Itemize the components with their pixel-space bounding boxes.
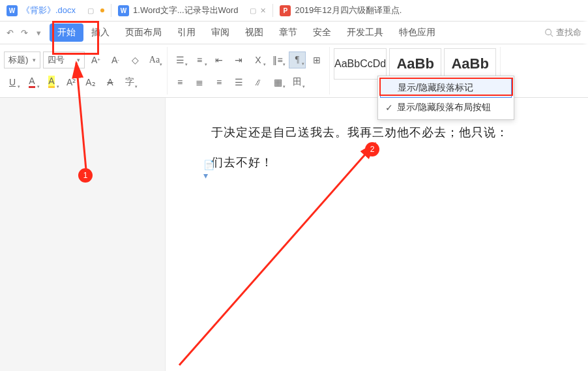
redo-button[interactable]: ↷ xyxy=(18,27,30,38)
highlight-button[interactable]: A xyxy=(43,74,60,91)
ribbon-tab-references[interactable]: 引用 xyxy=(169,23,203,42)
ribbon-tab-review[interactable]: 审阅 xyxy=(203,23,237,42)
style-select[interactable]: 标题)▾ xyxy=(4,52,40,68)
align-center-button[interactable]: ≣ xyxy=(191,74,208,91)
tab-document-3[interactable]: P 2019年12月四六级翻译重点. xyxy=(273,0,408,21)
decrease-indent-button[interactable]: ⇤ xyxy=(211,52,228,68)
increase-indent-button[interactable]: ⇥ xyxy=(230,52,247,68)
ribbon-group-paragraph: ☰ ≡ ⇤ ⇥ Χ ‖≡ ¶ ⊞ ≡ ≣ ≡ ☰ ⫽ ▦ 田 xyxy=(168,47,330,95)
ribbon-tab-dev[interactable]: 开发工具 xyxy=(339,23,391,42)
font-size-value: 四号 xyxy=(48,54,65,66)
text-direction-button[interactable]: Χ xyxy=(250,52,267,68)
tab-window-icon[interactable]: ▢ xyxy=(87,7,94,15)
tab-document-1[interactable]: W 《背影》.docx ▢ xyxy=(0,0,111,21)
tab-title: 1.Word文字...记录导出Word xyxy=(133,5,238,16)
style-sample: AaBb xyxy=(451,55,488,72)
ribbon-tab-view[interactable]: 视图 xyxy=(237,23,271,42)
paragraph-marks-dropdown: 显示/隐藏段落标记 ✓ 显示/隐藏段落布局按钮 xyxy=(377,76,514,120)
style-gallery-item-normal[interactable]: AaBbCcDd xyxy=(334,48,387,80)
style-gallery-item-heading1[interactable]: AaBb xyxy=(389,48,441,80)
word-doc-icon: W xyxy=(7,5,18,16)
superscript-button[interactable]: A² xyxy=(63,74,80,91)
line-spacing-button[interactable]: ‖≡ xyxy=(269,52,286,68)
search-placeholder: 查找命 xyxy=(556,27,581,38)
word-doc-icon: W xyxy=(118,5,129,16)
ribbon-tab-page-layout[interactable]: 页面布局 xyxy=(117,23,169,42)
align-left-button[interactable]: ≡ xyxy=(171,74,188,91)
style-gallery-item-heading2[interactable]: AaBb xyxy=(444,48,496,80)
qat-more-button[interactable]: ▾ xyxy=(33,27,44,38)
tab-close-icon[interactable]: ✕ xyxy=(260,7,266,15)
ribbon-tab-safe[interactable]: 安全 xyxy=(305,23,339,42)
style-sample: AaBb xyxy=(396,55,434,72)
document-area: 于决定还是自己送我去。我再三劝他不必去；他只说： 们去不好！ xyxy=(0,98,588,371)
text-box-button[interactable]: ⊞ xyxy=(308,52,325,68)
unsaved-dot-icon xyxy=(100,8,104,12)
pdf-doc-icon: P xyxy=(280,5,291,16)
subscript-button[interactable]: A₂ xyxy=(82,74,99,91)
char-border-button[interactable]: 字 xyxy=(121,74,138,91)
dropdown-item-label: 显示/隐藏段落布局按钮 xyxy=(397,102,491,113)
style-sample: AaBbCcDd xyxy=(334,58,386,70)
grow-font-button[interactable]: A+ xyxy=(87,52,104,68)
ribbon-tab-insert[interactable]: 插入 xyxy=(83,23,117,42)
menu-bar: ↶ ↷ ▾ 开始 插入 页面布局 引用 审阅 视图 章节 安全 开发工具 特色应… xyxy=(0,22,588,44)
font-color-button[interactable]: A xyxy=(23,74,40,91)
paragraph-text: 们去不好！ xyxy=(211,151,562,173)
shading-button[interactable]: ▦ xyxy=(269,74,286,91)
tab-title: 2019年12月四六级翻译重点. xyxy=(295,5,402,16)
document-tabs-bar: W 《背影》.docx ▢ W 1.Word文字...记录导出Word ▢ ✕ … xyxy=(0,0,588,22)
shrink-font-button[interactable]: A- xyxy=(107,52,124,68)
svg-point-0 xyxy=(546,29,551,35)
dropdown-item-label: 显示/隐藏段落标记 xyxy=(398,82,473,94)
search-box[interactable]: 查找命 xyxy=(538,27,588,38)
dropdown-item-toggle-layout-button[interactable]: ✓ 显示/隐藏段落布局按钮 xyxy=(380,98,512,117)
strikethrough-button[interactable]: A xyxy=(102,74,119,91)
dropdown-item-toggle-marks[interactable]: 显示/隐藏段落标记 xyxy=(380,78,512,98)
search-icon xyxy=(544,28,553,37)
paragraph-layout-icon[interactable]: 📄 ▾ xyxy=(203,160,215,171)
ribbon-tab-start[interactable]: 开始 xyxy=(50,23,83,42)
numbering-button[interactable]: ≡ xyxy=(191,52,208,68)
ribbon-tab-special[interactable]: 特色应用 xyxy=(391,23,443,42)
ribbon-tabs: 开始 插入 页面布局 引用 审阅 视图 章节 安全 开发工具 特色应用 xyxy=(50,23,443,42)
ribbon-tab-chapter[interactable]: 章节 xyxy=(271,23,305,42)
borders-button[interactable]: 田 xyxy=(289,74,306,91)
check-icon: ✓ xyxy=(385,102,397,113)
ribbon-group-font: 标题)▾ 四号▾ A+ A- ◇ Aa U A A A² A₂ A 字 xyxy=(0,47,168,95)
align-right-button[interactable]: ≡ xyxy=(211,74,228,91)
bullets-button[interactable]: ☰ xyxy=(171,52,188,68)
svg-line-1 xyxy=(551,35,553,37)
tab-window-icon[interactable]: ▢ xyxy=(250,7,256,15)
tab-document-2[interactable]: W 1.Word文字...记录导出Word ▢ ✕ xyxy=(111,0,272,21)
style-select-value: 标题) xyxy=(8,54,28,66)
chevron-down-icon: ▾ xyxy=(73,57,80,63)
undo-button[interactable]: ↶ xyxy=(4,27,16,38)
quick-access-toolbar: ↶ ↷ ▾ xyxy=(4,27,50,38)
navigation-sidebar[interactable] xyxy=(0,98,166,371)
justify-button[interactable]: ☰ xyxy=(230,74,247,91)
paragraph-marks-button[interactable]: ¶ xyxy=(289,52,306,68)
chevron-down-icon: ▾ xyxy=(29,57,36,63)
paragraph-text: 于决定还是自己送我去。我再三劝他不必去；他只说： xyxy=(211,121,562,143)
change-case-button[interactable]: Aa xyxy=(146,52,163,68)
document-page[interactable]: 于决定还是自己送我去。我再三劝他不必去；他只说： 们去不好！ xyxy=(166,98,588,371)
font-size-select[interactable]: 四号▾ xyxy=(43,52,85,68)
tab-title: 《背影》.docx xyxy=(22,5,76,16)
clear-format-button[interactable]: ◇ xyxy=(126,52,143,68)
underline-button[interactable]: U xyxy=(4,74,21,91)
distribute-button[interactable]: ⫽ xyxy=(250,74,267,91)
